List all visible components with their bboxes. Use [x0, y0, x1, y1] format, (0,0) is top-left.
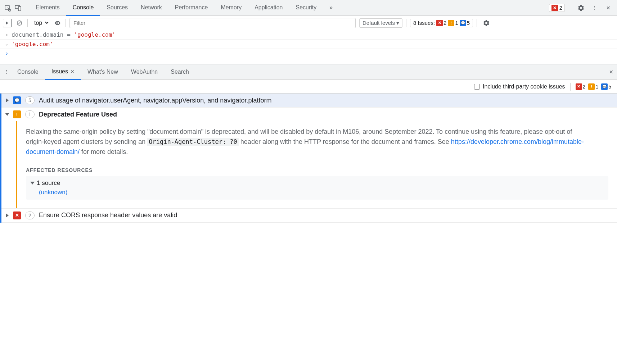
separator	[66, 19, 66, 27]
kebab-menu-icon[interactable]: ⋮	[589, 2, 600, 14]
live-expression-icon[interactable]	[53, 17, 62, 29]
console-input-row: document.domain = 'google.com'	[0, 30, 617, 40]
tab-security[interactable]: Security	[289, 0, 323, 16]
separator	[406, 19, 406, 27]
prompt-icon	[5, 50, 12, 57]
issue-title: Ensure CORS response header values are v…	[39, 211, 177, 219]
issue-title: Deprecated Feature Used	[39, 111, 117, 118]
warning-issue-icon	[13, 110, 21, 118]
console-settings-icon[interactable]	[481, 17, 492, 29]
issue-count: 1	[25, 110, 35, 118]
error-icon	[436, 20, 443, 26]
devtools-tabbar: Elements Console Sources Network Perform…	[0, 0, 617, 16]
drawer-tabbar: ⋮ Console Issues ✕ What's New WebAuthn S…	[0, 64, 617, 80]
separator	[26, 4, 26, 12]
context-selector[interactable]: top	[31, 19, 50, 27]
issues-summary[interactable]: 8 Issues: 2 1 5	[410, 19, 473, 27]
close-devtools-icon[interactable]: ✕	[603, 2, 614, 14]
checkbox[interactable]	[474, 84, 480, 90]
device-toolbar-icon[interactable]	[13, 3, 23, 13]
drawer-kebab-icon[interactable]: ⋮	[2, 66, 11, 78]
warning-icon	[448, 20, 454, 26]
issue-description: Relaxing the same-origin policy by setti…	[26, 127, 591, 157]
issue-title: Audit usage of navigator.userAgent, navi…	[39, 97, 271, 104]
error-icon	[551, 5, 558, 11]
expand-arrow-icon[interactable]	[6, 213, 9, 218]
sidebar-toggle-icon[interactable]	[3, 19, 12, 27]
drawer-tab-issues[interactable]: Issues ✕	[45, 64, 81, 80]
separator	[477, 19, 477, 27]
source-link[interactable]: (unknown)	[39, 189, 603, 196]
console-toolbar: top Default levels▾ 8 Issues: 2 1 5	[0, 16, 617, 30]
issues-count-summary: 2 1 5	[576, 83, 611, 90]
tab-elements[interactable]: Elements	[29, 0, 66, 16]
log-levels-dropdown[interactable]: Default levels▾	[359, 18, 402, 28]
issue-row[interactable]: 1 Deprecated Feature Used	[1, 108, 617, 121]
error-issue-icon	[13, 211, 21, 219]
tab-console[interactable]: Console	[66, 0, 100, 16]
console-output-row: 'google.com'	[0, 40, 617, 49]
drawer-tab-whatsnew[interactable]: What's New	[81, 64, 125, 80]
error-count-badge[interactable]: 2	[549, 4, 565, 12]
clear-console-icon[interactable]	[15, 19, 24, 27]
info-icon	[460, 20, 466, 26]
expand-arrow-icon[interactable]	[5, 113, 9, 116]
affected-resources-header: AFFECTED RESOURCES	[26, 167, 608, 173]
tab-memory[interactable]: Memory	[214, 0, 248, 16]
issue-row[interactable]: 5 Audit usage of navigator.userAgent, na…	[1, 94, 617, 108]
inspect-element-icon[interactable]	[3, 3, 13, 13]
return-icon	[5, 41, 12, 47]
issue-row[interactable]: 2 Ensure CORS response header values are…	[1, 208, 617, 223]
console-prompt[interactable]	[0, 49, 617, 64]
issue-body: Relaxing the same-origin policy by setti…	[16, 121, 617, 208]
tab-performance[interactable]: Performance	[168, 0, 215, 16]
separator	[570, 4, 570, 12]
expand-arrow-icon[interactable]	[6, 98, 9, 103]
tab-overflow[interactable]: »	[323, 0, 339, 16]
drawer-tab-console[interactable]: Console	[11, 64, 45, 80]
main-tabs: Elements Console Sources Network Perform…	[29, 0, 339, 16]
error-count: 2	[559, 5, 562, 11]
error-icon	[576, 83, 582, 90]
separator	[27, 19, 28, 27]
drawer-tab-search[interactable]: Search	[164, 64, 195, 80]
expand-arrow-icon[interactable]	[30, 182, 35, 185]
issue-count: 2	[25, 211, 35, 219]
info-icon	[601, 83, 608, 90]
issues-label: 8 Issues:	[413, 20, 435, 26]
tab-sources[interactable]: Sources	[100, 0, 134, 16]
filter-input[interactable]	[69, 18, 356, 28]
settings-icon[interactable]	[575, 2, 587, 14]
close-drawer-icon[interactable]: ✕	[605, 66, 617, 78]
warning-icon	[588, 83, 595, 90]
tab-network[interactable]: Network	[134, 0, 168, 16]
close-tab-icon[interactable]: ✕	[70, 64, 75, 79]
drawer-tab-webauthn[interactable]: WebAuthn	[125, 64, 164, 80]
issues-list: 5 Audit usage of navigator.userAgent, na…	[0, 94, 617, 223]
tab-application[interactable]: Application	[248, 0, 289, 16]
issues-header: Include third-party cookie issues 2 1 5	[0, 80, 617, 94]
console-log: document.domain = 'google.com' 'google.c…	[0, 30, 617, 64]
svg-rect-2	[18, 6, 21, 11]
affected-resources-box: 1 source (unknown)	[26, 176, 608, 200]
source-row[interactable]: 1 source	[31, 179, 603, 187]
third-party-cookie-checkbox[interactable]: Include third-party cookie issues	[474, 83, 565, 90]
issue-count: 5	[25, 96, 35, 104]
prompt-icon	[5, 31, 12, 38]
info-issue-icon	[13, 96, 21, 104]
